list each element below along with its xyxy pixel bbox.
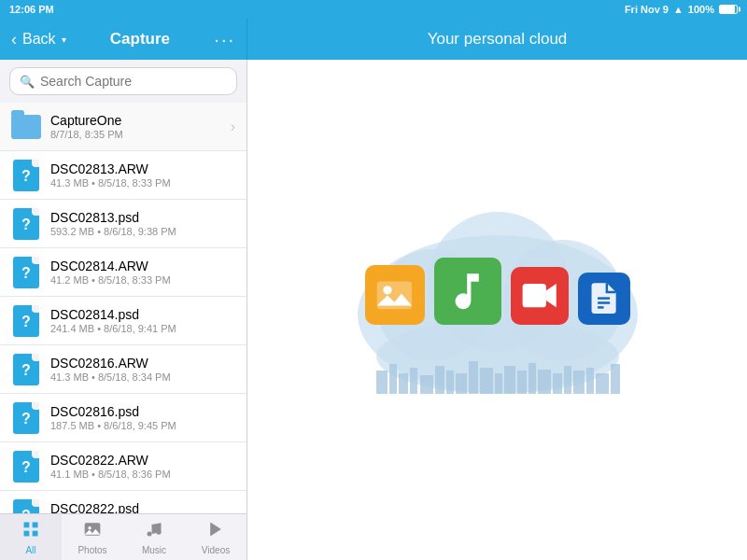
svg-rect-31 xyxy=(573,371,585,394)
file-icon: ? xyxy=(11,500,41,514)
tab-label: Photos xyxy=(78,545,106,555)
chevron-left-icon: ‹ xyxy=(11,30,17,49)
music-tab-icon xyxy=(145,520,163,543)
tab-label: All xyxy=(25,545,35,555)
bottom-tabs: All Photos Music Videos xyxy=(0,513,247,560)
search-icon: 🔍 xyxy=(20,75,35,89)
cloud-app-icons xyxy=(365,258,630,325)
file-icon: ? xyxy=(11,258,41,287)
svg-rect-34 xyxy=(611,364,620,394)
list-item[interactable]: ? DSC02813.ARW 41.3 MB • 8/5/18, 8:33 PM xyxy=(0,151,247,200)
tab-all[interactable]: All xyxy=(0,514,62,560)
tab-label: Videos xyxy=(202,545,230,555)
video-icon xyxy=(519,275,559,315)
chevron-right-icon: › xyxy=(231,119,235,135)
right-panel xyxy=(247,60,747,560)
svg-rect-23 xyxy=(480,368,493,394)
svg-rect-32 xyxy=(586,368,594,394)
list-item[interactable]: ? DSC02814.ARW 41.2 MB • 8/5/18, 8:33 PM xyxy=(0,248,247,297)
video-tab-icon xyxy=(206,520,225,543)
file-meta: 241.4 MB • 8/6/18, 9:41 PM xyxy=(50,323,235,334)
file-meta: 187.5 MB • 8/6/18, 9:45 PM xyxy=(50,420,235,431)
battery-percent: 100% xyxy=(688,4,714,15)
list-item[interactable]: ? DSC02822.ARW 41.1 MB • 8/5/18, 8:36 PM xyxy=(0,442,247,491)
svg-point-6 xyxy=(148,531,152,536)
svg-point-36 xyxy=(383,286,391,294)
left-nav-bar: ‹ Back ▾ Capture ··· xyxy=(0,19,247,60)
list-item[interactable]: ? DSC02816.psd 187.5 MB • 8/6/18, 9:45 P… xyxy=(0,394,247,442)
svg-rect-29 xyxy=(553,373,562,394)
svg-rect-37 xyxy=(522,284,545,307)
file-meta: 41.3 MB • 8/5/18, 8:34 PM xyxy=(50,371,235,383)
status-bar: 12:06 PM Fri Nov 9 ▲ 100% xyxy=(0,0,747,19)
svg-rect-15 xyxy=(389,364,397,394)
tab-music[interactable]: Music xyxy=(123,514,185,560)
svg-rect-1 xyxy=(33,522,38,527)
tab-photos[interactable]: Photos xyxy=(62,514,123,560)
search-input[interactable] xyxy=(40,74,227,89)
file-icon: ? xyxy=(11,403,41,433)
svg-rect-25 xyxy=(504,366,515,394)
photo-app-icon xyxy=(365,265,425,325)
grid-tab-icon xyxy=(21,520,40,543)
file-icon: ? xyxy=(11,355,41,385)
search-bar[interactable]: 🔍 xyxy=(9,67,237,95)
wifi-icon: ▲ xyxy=(673,4,684,15)
svg-rect-17 xyxy=(410,368,417,394)
back-label: Back xyxy=(22,31,56,48)
nav-title: Capture xyxy=(66,30,215,49)
list-item[interactable]: ? DSC02816.ARW 41.3 MB • 8/5/18, 8:34 PM xyxy=(0,345,247,394)
svg-rect-21 xyxy=(456,373,467,394)
list-item[interactable]: ? DSC02813.psd 593.2 MB • 8/6/18, 9:38 P… xyxy=(0,200,247,248)
doc-icon xyxy=(585,280,622,316)
file-info: DSC02814.psd 241.4 MB • 8/6/18, 9:41 PM xyxy=(50,307,235,334)
file-meta: 41.2 MB • 8/5/18, 8:33 PM xyxy=(50,274,235,286)
left-panel: 🔍 CaptureOne 8/7/18, 8:35 PM › ? DSC0281… xyxy=(0,60,247,560)
tab-label: Music xyxy=(142,545,166,555)
file-name: DSC02814.ARW xyxy=(50,259,235,273)
file-name: DSC02813.ARW xyxy=(50,161,235,176)
tab-videos[interactable]: Videos xyxy=(185,514,247,560)
music-app-icon xyxy=(434,258,501,325)
status-bar-right: Fri Nov 9 ▲ 100% xyxy=(625,4,738,15)
svg-rect-30 xyxy=(564,366,571,394)
back-button[interactable]: ‹ Back ▾ xyxy=(11,30,66,49)
svg-rect-26 xyxy=(517,371,527,394)
doc-app-icon xyxy=(578,273,630,325)
file-info: DSC02813.psd 593.2 MB • 8/6/18, 9:38 PM xyxy=(50,210,235,237)
svg-rect-3 xyxy=(33,530,38,536)
file-info: DSC02822.psd 241.4 MB • 8/6/18, 9:50 PM xyxy=(50,501,235,513)
photo-tab-icon xyxy=(83,520,102,543)
file-name: DSC02822.psd xyxy=(50,501,235,513)
right-nav-title: Your personal cloud xyxy=(428,30,568,49)
file-info: CaptureOne 8/7/18, 8:35 PM xyxy=(50,113,231,140)
file-icon: ? xyxy=(11,306,41,336)
file-icon: ? xyxy=(11,452,41,482)
list-item[interactable]: CaptureOne 8/7/18, 8:35 PM › xyxy=(0,103,247,151)
file-name: CaptureOne xyxy=(50,113,231,128)
status-day: Fri Nov 9 xyxy=(625,4,669,15)
file-meta: 41.3 MB • 8/5/18, 8:33 PM xyxy=(50,177,235,189)
photo-icon xyxy=(374,274,416,316)
file-icon: ? xyxy=(11,161,41,190)
svg-rect-19 xyxy=(435,366,444,394)
list-item[interactable]: ? DSC02814.psd 241.4 MB • 8/6/18, 9:41 P… xyxy=(0,297,247,345)
svg-marker-8 xyxy=(210,522,221,536)
svg-rect-16 xyxy=(399,373,408,394)
video-app-icon xyxy=(511,267,569,325)
file-info: DSC02816.ARW 41.3 MB • 8/5/18, 8:34 PM xyxy=(50,356,235,383)
more-button[interactable]: ··· xyxy=(214,29,235,50)
search-container: 🔍 xyxy=(0,60,247,103)
svg-rect-22 xyxy=(469,361,478,394)
svg-rect-27 xyxy=(529,363,536,394)
file-info: DSC02813.ARW 41.3 MB • 8/5/18, 8:33 PM xyxy=(50,161,235,189)
main-layout: 🔍 CaptureOne 8/7/18, 8:35 PM › ? DSC0281… xyxy=(0,60,747,560)
svg-rect-18 xyxy=(420,375,433,394)
file-name: DSC02816.psd xyxy=(50,404,235,419)
svg-rect-24 xyxy=(495,373,502,394)
file-name: DSC02816.ARW xyxy=(50,356,235,371)
svg-rect-0 xyxy=(24,522,30,527)
file-meta: 41.1 MB • 8/5/18, 8:36 PM xyxy=(50,469,235,480)
svg-point-7 xyxy=(157,529,162,534)
list-item[interactable]: ? DSC02822.psd 241.4 MB • 8/6/18, 9:50 P… xyxy=(0,491,247,513)
